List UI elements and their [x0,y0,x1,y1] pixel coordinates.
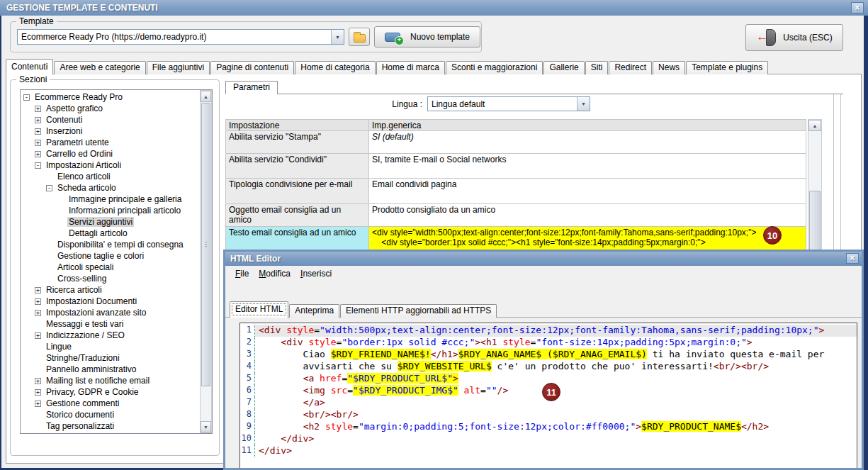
exit-button[interactable]: ← Uscita (ESC) [745,24,843,51]
plus-expander-icon[interactable]: + [35,389,41,396]
plus-expander-icon[interactable]: + [35,287,41,293]
minus-expander-icon[interactable]: - [23,94,30,101]
table-scrollbar[interactable]: ▲ [808,119,822,250]
main-tab-aree-web-e-categorie[interactable]: Aree web e categorie [54,61,145,74]
tree-item-disponibilita-e-tempi-di-consegna[interactable]: Disponibilita' e tempi di consegna [21,239,212,250]
plus-expander-icon[interactable]: + [35,310,41,316]
editor-titlebar[interactable]: HTML Editor × [225,252,862,266]
scroll-up-icon[interactable]: ▲ [808,120,821,131]
main-tab-redirect[interactable]: Redirect [609,61,652,74]
editor-tab-editor-html[interactable]: Editor HTML [230,301,288,318]
tree-item-dettagli-articolo[interactable]: Dettagli articolo [21,228,212,239]
code-token: src [325,385,347,396]
lingua-combobox[interactable]: Lingua default ▼ [427,96,590,111]
plus-expander-icon[interactable]: + [35,151,41,157]
tree-item-immagine-principale-e-galleria[interactable]: Immagine principale e galleria [21,194,212,205]
tree-item-indicizzazione-seo[interactable]: +Indicizzazione / SEO [21,330,212,341]
main-tab-contenuti[interactable]: Contenuti [6,59,53,74]
param-name-cell[interactable]: Oggetto email consiglia ad un amico [226,204,369,227]
scroll-up-icon[interactable]: ▲ [201,91,211,102]
plus-expander-icon[interactable]: + [35,117,41,123]
window-titlebar[interactable]: GESTIONE TEMPLATE E CONTENUTI × [0,0,868,16]
tree-scrollbar[interactable]: ▲ ▼ [200,90,212,433]
param-value-cell[interactable]: SI (default) [369,131,806,154]
param-name-cell[interactable]: Abilita servizio "Stampa" [226,131,369,154]
tree-item-impostazioni-documenti[interactable]: +Impostazioni Documenti [21,296,212,307]
open-template-folder-button[interactable] [349,28,370,46]
main-tab-home-di-marca[interactable]: Home di marca [376,61,445,74]
editor-tab-elementi-http-aggiornabili-ad-https[interactable]: Elementi HTTP aggiornabili ad HTTPS [340,304,497,318]
plus-expander-icon[interactable]: + [35,332,41,339]
tree-item-pannello-amministrativo[interactable]: Pannello amministrativo [21,364,212,375]
table-scrollbar-thumb[interactable] [809,191,821,250]
param-value-cell[interactable]: Email condividi pagina [369,179,806,204]
editor-tab-anteprima[interactable]: Anteprima [289,304,339,318]
plus-expander-icon[interactable]: + [35,298,41,305]
minus-expander-icon[interactable]: - [35,162,41,169]
code-line-3[interactable]: 3 Ciao $RDY_FRIEND_NAME$!</h1>$RDY_ANAG_… [240,349,857,361]
new-template-button[interactable]: Nuovo template [374,26,480,47]
plus-expander-icon[interactable]: + [35,128,41,135]
main-tab-pagine-di-contenuti[interactable]: Pagine di contenuti [210,61,294,74]
menu-inserisci[interactable]: Inserisci [295,268,337,279]
menu-modifica[interactable]: Modifica [254,268,295,279]
param-name-cell[interactable]: Abilita servizio "Condividi" [226,154,369,179]
chevron-down-icon[interactable]: ▼ [331,30,344,44]
tree-item-articoli-speciali[interactable]: Articoli speciali [21,262,212,273]
minus-expander-icon[interactable]: - [46,185,52,191]
tree-item-carrello-ed-ordini[interactable]: +Carrello ed Ordini [21,148,212,160]
tree-item-impostazioni-articoli[interactable]: -Impostazioni Articoli [21,160,212,171]
chevron-down-icon[interactable]: ▼ [577,97,590,111]
tree-item-servizi-aggiuntivi[interactable]: Servizi aggiuntivi [21,216,212,228]
tree-item-gestione-taglie-e-colori[interactable]: Gestione taglie e colori [21,250,212,262]
tab-parametri[interactable]: Parametri [225,81,278,94]
param-name-cell[interactable]: Tipologia condivisione per e-mail [226,179,369,204]
tree-item-aspetto-grafico[interactable]: +Aspetto grafico [21,103,212,114]
tree-item-lingue[interactable]: Lingue [21,341,212,352]
tree-item-cross-selling[interactable]: Cross-selling [21,273,212,284]
tree-item-etichette-standard-dei-testi-tutti-dell-e-commerce[interactable]: +Etichette standard dei testi (tutti del… [21,432,212,434]
plus-expander-icon[interactable]: + [35,106,41,112]
tree-item-scheda-articolo[interactable]: -Scheda articolo [21,182,212,194]
code-line-8[interactable]: 8 <br/><br/> [240,409,857,421]
tree-item-stringhe-traduzioni[interactable]: Stringhe/Traduzioni [21,352,212,364]
tree-item-ricerca-articoli[interactable]: +Ricerca articoli [21,284,212,296]
tree-item-privacy-gdpr-e-cookie[interactable]: +Privacy, GDPR e Cookie [21,386,212,398]
main-tab-home-di-categoria[interactable]: Home di categoria [295,61,375,74]
code-line-9[interactable]: 9 <h2 style="margin:0;padding:5;font-siz… [240,421,857,433]
param-value-cell[interactable]: SI, tramite E-mail o Social networks [369,154,806,179]
tree-item-messaggi-e-testi-vari[interactable]: Messaggi e testi vari [21,318,212,330]
menu-file[interactable]: File [230,268,254,279]
tree-item-storico-documenti[interactable]: Storico documenti [21,409,212,420]
main-tab-siti[interactable]: Siti [585,61,609,74]
tree-item-ecommerce-ready-pro[interactable]: -Ecommerce Ready Pro [21,91,212,103]
main-tab-sconti-e-maggiorazioni[interactable]: Sconti e maggiorazioni [446,61,543,74]
plus-expander-icon[interactable]: + [35,140,41,146]
main-tab-news[interactable]: News [653,61,685,74]
tree-scrollbar-thumb[interactable] [201,103,210,386]
tree-item-elenco-articoli[interactable]: Elenco articoli [21,171,212,182]
code-line-4[interactable]: 4 avvisarti che su $RDY_WEBSITE_URL$ c'e… [240,361,857,373]
tree-item-impostazioni-avanzate-sito[interactable]: +Impostazioni avanzate sito [21,307,212,318]
tree-item-gestione-commenti[interactable]: +Gestione commenti [21,398,212,409]
close-icon[interactable]: × [851,2,864,13]
tree-item-tag-personalizzati[interactable]: Tag personalizzati [21,420,212,432]
main-tab-template-e-plugins[interactable]: Template e plugins [686,61,768,74]
code-line-1[interactable]: 1<div style="width:500px;text-align:cent… [240,325,857,337]
main-tab-file-aggiuntivi[interactable]: File aggiuntivi [147,61,210,74]
tree-item-informazioni-principali-articolo[interactable]: Informazioni principali articolo [21,205,212,216]
tree-item-contenuti[interactable]: +Contenuti [21,114,212,125]
code-line-11[interactable]: 11</div> [240,445,857,457]
param-value-cell[interactable]: Prodotto consigliato da un amico [369,204,806,227]
tree-item-parametri-utente[interactable]: +Parametri utente [21,137,212,148]
tree-item-inserzioni[interactable]: +Inserzioni [21,125,212,137]
plus-expander-icon[interactable]: + [35,401,41,407]
code-line-2[interactable]: 2 <div style="border:1px solid #ccc;"><h… [240,337,857,349]
close-icon[interactable]: × [846,253,859,264]
tree-item-mailing-list-e-notifiche-email[interactable]: +Mailing list e notifiche email [21,375,212,386]
plus-expander-icon[interactable]: + [35,378,41,384]
scroll-down-icon[interactable]: ▼ [201,421,211,432]
main-tab-gallerie[interactable]: Gallerie [543,61,584,74]
code-line-10[interactable]: 10 </div> [240,433,857,445]
template-combobox[interactable]: Ecommerce Ready Pro (https://demo.readyp… [17,29,344,45]
